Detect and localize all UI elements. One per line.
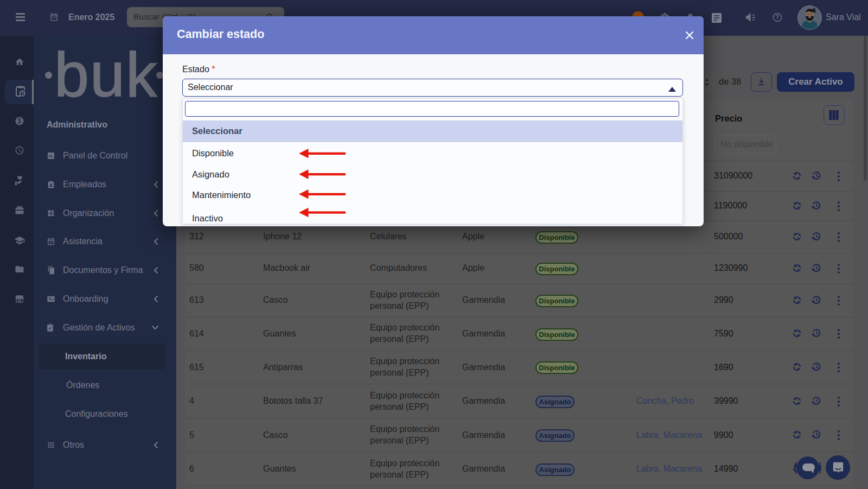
svg-text:?: ?	[776, 14, 779, 20]
